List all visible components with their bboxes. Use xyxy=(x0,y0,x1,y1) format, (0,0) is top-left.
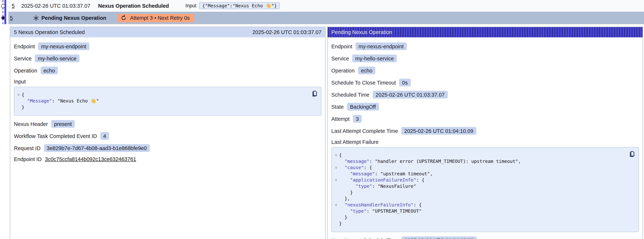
gutter-spacer xyxy=(16,104,22,110)
collapse-chevron-icon[interactable]: ∨ xyxy=(16,92,22,98)
field-value-badge: 3e829b7e-7d67-4b08-aad3-b1e868bfe9e0 xyxy=(44,144,150,152)
timeline-active-bar xyxy=(4,0,6,24)
code-line: "Message": "Nexus Echo 👋" xyxy=(16,98,309,104)
field-label: Schedule To Close Timeout xyxy=(331,80,396,86)
event-detail-timestamp: 2025-02-26 UTC 01:03:37.07 xyxy=(252,29,322,35)
event-id-link[interactable]: 5 xyxy=(12,3,21,8)
gutter-spacer xyxy=(333,158,339,164)
field-label: Last Attempt Failure xyxy=(331,139,639,145)
code-text: "cause": { xyxy=(339,164,372,170)
copy-icon[interactable] xyxy=(311,90,318,97)
json-code-block: ∨{ "message": "handler error (UPSTREAM_T… xyxy=(331,147,639,232)
event-name: Nexus Operation Scheduled xyxy=(98,3,169,8)
field-value-badge: my-hello-service xyxy=(352,54,397,62)
field-label: Next Attempt Schedule Time xyxy=(331,237,398,239)
code-text: "Message": "Nexus Echo 👋" xyxy=(22,98,99,104)
field-row: Next Attempt Schedule Time2025-02-26 UTC… xyxy=(331,236,639,239)
pending-operation-title: Pending Nexus Operation xyxy=(331,29,392,35)
code-line: ∨{ xyxy=(16,92,309,98)
event-detail-header: 5 Nexus Operation Scheduled 2025-02-26 U… xyxy=(10,27,325,37)
code-line: "message": "handler error (UPSTREAM_TIME… xyxy=(333,158,626,164)
collapse-chevron-icon[interactable]: ∨ xyxy=(333,164,339,170)
pending-operation-header: Pending Nexus Operation xyxy=(328,27,642,37)
field-row: Servicemy-hello-service xyxy=(331,54,639,62)
input-label: Input xyxy=(186,3,196,8)
field-label: Operation xyxy=(14,68,37,74)
code-line: ∨ "cause": { xyxy=(333,164,626,170)
code-text: "type": "UPSTREAM_TIMEOUT" xyxy=(339,208,422,214)
field-row: Schedule To Close Timeout0s xyxy=(331,79,639,86)
timeline-node-open-icon xyxy=(1,4,5,8)
collapse-chevron-icon[interactable]: ∨ xyxy=(333,152,339,158)
code-line: } xyxy=(333,214,626,220)
field-row: StateBackingOff xyxy=(331,103,639,110)
retry-status-badge: Attempt 3 • Next Retry 0s xyxy=(117,14,194,22)
code-line: ∨ "nexusHandlerFailureInfo": { xyxy=(333,202,626,208)
event-detail-title: 5 Nexus Operation Scheduled xyxy=(14,29,85,35)
field-value-badge: echo xyxy=(358,66,375,74)
field-value-badge: 0s xyxy=(399,79,411,86)
json-code-block: ∨{ "Message": "Nexus Echo 👋"} xyxy=(14,87,322,116)
field-row: Endpointmy-nexus-endpoint xyxy=(331,42,639,50)
code-text: }, xyxy=(339,196,350,202)
pending-asterisk-icon xyxy=(33,15,39,21)
retry-icon xyxy=(121,15,127,21)
gutter-spacer xyxy=(333,170,339,177)
code-text: "applicationFailureInfo": { xyxy=(339,177,424,183)
field-label: State xyxy=(331,104,344,110)
timeline-node-current-icon xyxy=(1,16,6,20)
event-row-scheduled[interactable]: 5 2025-02-26 UTC 01:03:37.07 Nexus Opera… xyxy=(8,0,644,11)
code-line: } xyxy=(333,189,626,196)
timeline-dashed-line xyxy=(2,0,3,24)
field-label: Endpoint ID xyxy=(14,156,42,162)
field-label: Nexus Header xyxy=(14,121,48,127)
event-detail-panel: 5 Nexus Operation Scheduled 2025-02-26 U… xyxy=(10,27,326,239)
input-preview-chip[interactable]: {"Message":"Nexus Echo 👋"} xyxy=(199,2,280,9)
code-text: { xyxy=(339,152,342,158)
code-text: "message": "upstream timeout", xyxy=(339,170,433,177)
collapse-chevron-icon[interactable]: ∨ xyxy=(333,202,339,208)
field-label: Endpoint xyxy=(14,43,35,49)
gutter-spacer xyxy=(333,208,339,214)
field-value-badge: my-nexus-endpoint xyxy=(38,42,89,50)
gutter-spacer xyxy=(333,189,339,196)
field-row: Servicemy-hello-service xyxy=(14,54,322,62)
gutter-spacer xyxy=(16,98,22,104)
copy-icon[interactable] xyxy=(628,151,635,158)
field-label: Endpoint xyxy=(331,43,352,49)
field-row: Endpointmy-nexus-endpoint xyxy=(14,42,322,50)
field-label: Scheduled Time xyxy=(331,92,370,98)
field-label: Operation xyxy=(331,68,354,74)
event-id-link[interactable]: 5 xyxy=(10,15,20,21)
field-value-badge: my-nexus-endpoint xyxy=(356,42,407,50)
code-line: } xyxy=(16,104,309,110)
event-name: Pending Nexus Operation xyxy=(41,15,106,21)
pending-operation-panel: Pending Nexus Operation Endpointmy-nexus… xyxy=(327,27,643,239)
gutter-spacer xyxy=(333,220,339,226)
endpoint-id-link[interactable]: 3c0c75ccfa8144b092c13ce632463761 xyxy=(45,156,136,162)
field-row: Request ID3e829b7e-7d67-4b08-aad3-b1e868… xyxy=(14,144,322,152)
gutter-spacer xyxy=(333,196,339,202)
field-row: Last Attempt Complete Time2025-02-26 UTC… xyxy=(331,127,639,135)
code-text: { xyxy=(22,92,24,98)
field-label: Request ID xyxy=(14,145,40,151)
collapse-chevron-icon[interactable]: ∨ xyxy=(333,177,339,183)
field-label: Workflow Task Completed Event ID xyxy=(14,133,97,139)
code-line: ∨{ xyxy=(333,152,626,158)
code-line: "type": "NexusFailure" xyxy=(333,183,626,189)
event-row-pending[interactable]: 5 Pending Nexus Operation Attempt 3 • Ne… xyxy=(8,12,644,24)
code-text: } xyxy=(339,220,342,226)
field-value-badge: echo xyxy=(40,66,58,74)
field-value-badge: my-hello-service xyxy=(35,54,80,62)
code-line: ∨ "applicationFailureInfo": { xyxy=(333,177,626,183)
code-text: "type": "NexusFailure" xyxy=(339,183,416,189)
field-row: Attempt3 xyxy=(331,115,639,122)
field-value-badge: BackingOff xyxy=(347,103,379,110)
field-value-badge: 4 xyxy=(100,132,109,140)
code-line: }, xyxy=(333,196,626,202)
field-row: Operationecho xyxy=(331,66,639,74)
field-value-badge: 3 xyxy=(353,115,362,122)
field-row: Nexus Headerpresent xyxy=(14,120,322,128)
field-label: Service xyxy=(331,56,349,61)
gutter-spacer xyxy=(333,214,339,220)
